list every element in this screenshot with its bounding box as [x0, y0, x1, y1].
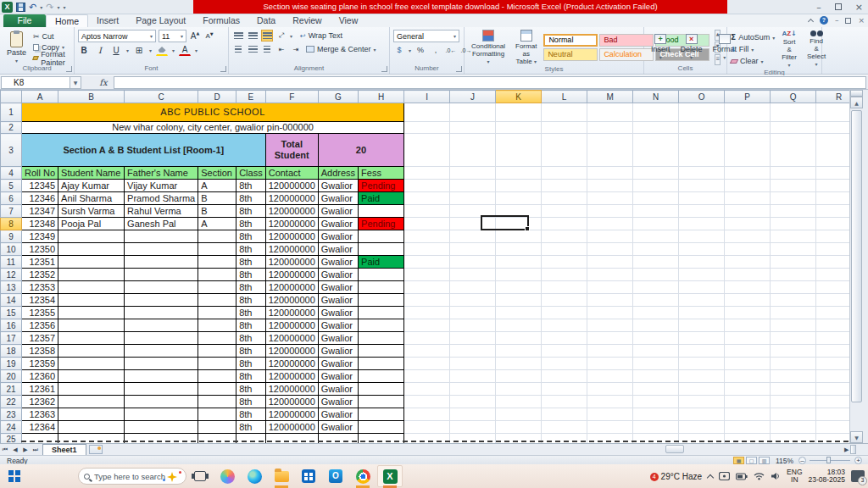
roll-cell[interactable]: 12351: [22, 256, 58, 269]
cell[interactable]: [404, 294, 450, 307]
address-cell[interactable]: Gwalior: [318, 358, 358, 370]
cell[interactable]: [771, 103, 816, 122]
cell[interactable]: [633, 205, 679, 218]
cell[interactable]: [725, 358, 771, 370]
fill-color-icon[interactable]: [156, 44, 168, 56]
table-header-cell[interactable]: Father's Name: [125, 167, 198, 180]
font-size-select[interactable]: 11▾: [159, 30, 186, 42]
cell[interactable]: [496, 358, 542, 370]
workbook-minimize-icon[interactable]: –: [835, 16, 839, 25]
scroll-up-icon[interactable]: ▲: [850, 97, 863, 108]
bold-button[interactable]: B: [78, 44, 90, 56]
cell[interactable]: [404, 230, 450, 243]
cell[interactable]: [679, 167, 725, 180]
cell[interactable]: [542, 256, 587, 269]
column-header-Q[interactable]: Q: [771, 91, 816, 103]
speaker-icon[interactable]: [771, 472, 781, 480]
table-header-cell[interactable]: Class: [236, 167, 266, 180]
roll-cell[interactable]: 12360: [22, 370, 58, 383]
name-cell[interactable]: [58, 358, 125, 370]
cell[interactable]: [771, 358, 816, 370]
cell[interactable]: [496, 396, 542, 408]
cell[interactable]: [771, 421, 816, 434]
align-middle-icon[interactable]: [247, 30, 259, 42]
cell[interactable]: [404, 134, 450, 167]
roll-cell[interactable]: 12349: [22, 230, 58, 243]
paste-dropdown-icon[interactable]: ▾: [15, 58, 18, 64]
cell[interactable]: [404, 192, 450, 205]
cell[interactable]: [542, 396, 587, 408]
cell[interactable]: [725, 281, 771, 294]
clear-button[interactable]: Clear▾: [731, 56, 775, 67]
section-cell[interactable]: [198, 358, 236, 370]
next-sheet-icon[interactable]: ▶: [20, 446, 31, 453]
cell[interactable]: [450, 103, 496, 122]
cell[interactable]: [450, 345, 496, 358]
cell[interactable]: [542, 307, 587, 319]
father-cell[interactable]: Pramod Sharma: [125, 192, 198, 205]
teams-tray-icon[interactable]: [719, 472, 730, 481]
cell[interactable]: [679, 134, 725, 167]
cell[interactable]: [542, 370, 587, 383]
fees-cell[interactable]: [359, 269, 404, 281]
cell[interactable]: [496, 421, 542, 434]
row-header-5[interactable]: 5: [1, 180, 22, 192]
cell[interactable]: [633, 421, 679, 434]
name-cell[interactable]: [58, 345, 125, 358]
cell[interactable]: [633, 103, 679, 122]
row-header-2[interactable]: 2: [1, 122, 22, 134]
percent-style-icon[interactable]: %: [415, 44, 426, 56]
cell[interactable]: [404, 281, 450, 294]
style-normal[interactable]: Normal: [543, 34, 598, 47]
last-sheet-icon[interactable]: ⏭: [31, 446, 41, 453]
section-cell[interactable]: [198, 294, 236, 307]
cell[interactable]: [633, 230, 679, 243]
close-button[interactable]: ×: [855, 2, 863, 13]
fees-cell[interactable]: [359, 396, 404, 408]
section-cell[interactable]: [198, 421, 236, 434]
father-cell[interactable]: [125, 408, 198, 421]
language-indicator[interactable]: ENGIN: [787, 469, 802, 485]
cell[interactable]: [633, 307, 679, 319]
contact-cell[interactable]: 120000000: [265, 307, 318, 319]
row-header-10[interactable]: 10: [1, 243, 22, 256]
tab-view[interactable]: View: [331, 14, 367, 27]
zoom-in-icon[interactable]: +: [854, 457, 862, 464]
roll-cell[interactable]: 12348: [22, 218, 58, 230]
cell[interactable]: [679, 230, 725, 243]
cell[interactable]: [771, 319, 816, 332]
name-cell[interactable]: [58, 319, 125, 332]
increase-decimal-icon[interactable]: .0←: [445, 44, 457, 56]
name-cell[interactable]: [58, 230, 125, 243]
column-header-D[interactable]: D: [198, 91, 236, 103]
paste-button[interactable]: Paste ▾: [3, 30, 30, 64]
section-cell[interactable]: [198, 307, 236, 319]
cut-button[interactable]: ✂Cut: [33, 30, 70, 42]
horizontal-scroll-thumb[interactable]: [665, 445, 684, 453]
chrome-button[interactable]: [349, 464, 376, 488]
cell[interactable]: [633, 134, 679, 167]
cell[interactable]: [633, 383, 679, 396]
cell[interactable]: [725, 103, 771, 122]
cell[interactable]: [404, 396, 450, 408]
cell[interactable]: [450, 319, 496, 332]
cell[interactable]: [542, 319, 587, 332]
cell[interactable]: [633, 192, 679, 205]
class-cell[interactable]: 8th: [236, 345, 266, 358]
cell[interactable]: [404, 370, 450, 383]
cell[interactable]: [450, 134, 496, 167]
address-cell[interactable]: Gwalior: [318, 307, 358, 319]
father-cell[interactable]: Ganesh Pal: [125, 218, 198, 230]
weather-text[interactable]: 29°C Haze: [661, 472, 702, 481]
address-cell[interactable]: Gwalior: [318, 370, 358, 383]
cell[interactable]: [496, 167, 542, 180]
cell[interactable]: [771, 332, 816, 345]
cell[interactable]: [542, 122, 587, 134]
section-cell[interactable]: [198, 370, 236, 383]
cell[interactable]: [587, 167, 633, 180]
column-header-M[interactable]: M: [587, 91, 633, 103]
roll-cell[interactable]: 12352: [22, 269, 58, 281]
contact-cell[interactable]: 120000000: [265, 243, 318, 256]
cell[interactable]: [542, 408, 587, 421]
fees-cell[interactable]: [359, 408, 404, 421]
